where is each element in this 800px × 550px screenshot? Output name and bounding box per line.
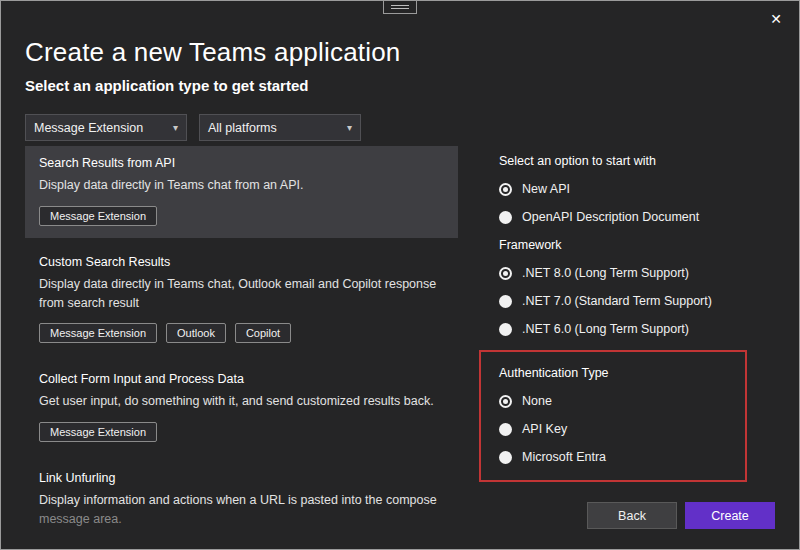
tag-copilot[interactable]: Copilot (235, 323, 291, 343)
template-item-collect-form-input[interactable]: Collect Form Input and Process Data Get … (25, 362, 458, 454)
tag-row: Message Extension (39, 422, 444, 442)
radio-auth-api-key[interactable]: API Key (499, 422, 735, 436)
radio-label: OpenAPI Description Document (522, 210, 699, 224)
tag-row: Message Extension (39, 206, 444, 226)
radio-icon (499, 211, 512, 224)
template-description: Display data directly in Teams chat from… (39, 176, 444, 195)
authentication-type-label: Authentication Type (499, 366, 735, 380)
radio-icon (499, 295, 512, 308)
window-drag-handle-icon[interactable] (383, 1, 417, 14)
start-option-group-label: Select an option to start with (499, 154, 789, 168)
template-item-search-results-from-api[interactable]: Search Results from API Display data dir… (25, 146, 458, 238)
start-option-group: Select an option to start with New API O… (499, 154, 789, 224)
tag-row: Message Extension Outlook Copilot (39, 323, 444, 343)
framework-group: Framework .NET 8.0 (Long Term Support) .… (499, 238, 789, 336)
back-button[interactable]: Back (587, 502, 677, 529)
tag-message-extension[interactable]: Message Extension (39, 422, 157, 442)
template-description-muted: message area. (39, 512, 122, 526)
template-type-dropdown[interactable]: Message Extension ▾ (25, 114, 187, 141)
radio-label: .NET 7.0 (Standard Term Support) (522, 294, 712, 308)
create-teams-app-dialog: ✕ Create a new Teams application Select … (0, 0, 800, 550)
template-title: Search Results from API (39, 156, 444, 170)
page-title: Create a new Teams application (25, 37, 401, 68)
filter-bar: Message Extension ▾ All platforms ▾ (25, 114, 361, 141)
chevron-down-icon: ▾ (173, 122, 178, 133)
drag-handle-line (391, 5, 409, 6)
radio-icon (499, 451, 512, 464)
radio-label: None (522, 394, 552, 408)
drag-handle-line (391, 8, 409, 9)
template-item-custom-search-results[interactable]: Custom Search Results Display data direc… (25, 245, 458, 356)
close-icon[interactable]: ✕ (770, 12, 782, 26)
tag-message-extension[interactable]: Message Extension (39, 323, 157, 343)
template-description-text: Display information and actions when a U… (39, 493, 437, 507)
authentication-type-group-highlighted: Authentication Type None API Key Microso… (479, 350, 747, 482)
radio-label: New API (522, 182, 570, 196)
radio-icon (499, 323, 512, 336)
template-description: Display information and actions when a U… (39, 491, 444, 529)
chevron-down-icon: ▾ (347, 122, 352, 133)
radio-dotnet-6[interactable]: .NET 6.0 (Long Term Support) (499, 322, 789, 336)
radio-icon (499, 395, 512, 408)
radio-label: .NET 8.0 (Long Term Support) (522, 266, 689, 280)
template-list: Search Results from API Display data dir… (25, 146, 458, 548)
template-title: Custom Search Results (39, 255, 444, 269)
template-title: Link Unfurling (39, 471, 444, 485)
framework-group-label: Framework (499, 238, 789, 252)
template-type-dropdown-value: Message Extension (34, 121, 143, 135)
radio-icon (499, 183, 512, 196)
tag-message-extension[interactable]: Message Extension (39, 206, 157, 226)
template-description: Display data directly in Teams chat, Out… (39, 275, 444, 313)
radio-auth-none[interactable]: None (499, 394, 735, 408)
radio-new-api[interactable]: New API (499, 182, 789, 196)
radio-dotnet-7[interactable]: .NET 7.0 (Standard Term Support) (499, 294, 789, 308)
radio-icon (499, 267, 512, 280)
radio-label: .NET 6.0 (Long Term Support) (522, 322, 689, 336)
platform-dropdown[interactable]: All platforms ▾ (199, 114, 361, 141)
footer-actions: Back Create (587, 502, 775, 529)
template-item-link-unfurling[interactable]: Link Unfurling Display information and a… (25, 461, 458, 541)
template-title: Collect Form Input and Process Data (39, 372, 444, 386)
radio-openapi-description-document[interactable]: OpenAPI Description Document (499, 210, 789, 224)
template-description: Get user input, do something with it, an… (39, 392, 444, 411)
radio-label: API Key (522, 422, 567, 436)
platform-dropdown-value: All platforms (208, 121, 277, 135)
page-subtitle: Select an application type to get starte… (25, 77, 308, 94)
radio-auth-microsoft-entra[interactable]: Microsoft Entra (499, 450, 735, 464)
radio-dotnet-8[interactable]: .NET 8.0 (Long Term Support) (499, 266, 789, 280)
tag-outlook[interactable]: Outlook (166, 323, 226, 343)
radio-icon (499, 423, 512, 436)
radio-label: Microsoft Entra (522, 450, 606, 464)
options-panel: Select an option to start with New API O… (499, 154, 789, 494)
create-button[interactable]: Create (685, 502, 775, 529)
